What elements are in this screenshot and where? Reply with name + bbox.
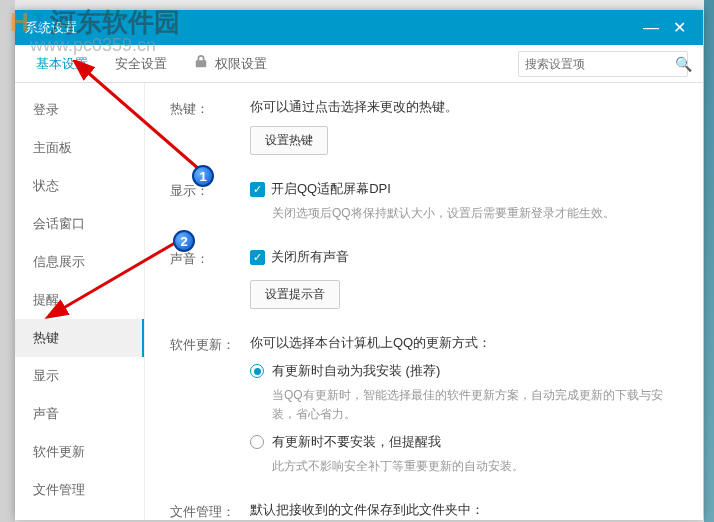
search-box[interactable]: 🔍	[518, 51, 688, 77]
update-auto-hint: 当QQ有更新时，智能选择最佳的软件更新方案，自动完成更新的下载与安装，省心省力。	[272, 386, 678, 424]
settings-window: 系统设置 — ✕ 基本设置 安全设置 权限设置 🔍 登录 主面板 状态 会话窗口…	[15, 10, 703, 520]
mute-checkbox-label: 关闭所有声音	[271, 248, 349, 266]
tab-security-settings[interactable]: 安全设置	[109, 51, 173, 77]
section-file: 文件管理： 默认把接收到的文件保存到此文件夹中：	[170, 501, 678, 520]
sidebar-item-update[interactable]: 软件更新	[15, 433, 144, 471]
file-desc: 默认把接收到的文件保存到此文件夹中：	[250, 501, 678, 519]
lock-icon	[194, 54, 208, 68]
update-label: 软件更新：	[170, 334, 250, 476]
sidebar-item-reminder[interactable]: 提醒	[15, 281, 144, 319]
section-display: 显示： ✓ 开启QQ适配屏幕DPI 关闭选项后QQ将保持默认大小，设置后需要重新…	[170, 180, 678, 223]
section-hotkey: 热键： 你可以通过点击选择来更改的热键。 设置热键	[170, 98, 678, 155]
sidebar-item-status[interactable]: 状态	[15, 167, 144, 205]
update-desc: 你可以选择本台计算机上QQ的更新方式：	[250, 334, 678, 352]
content-area: 热键： 你可以通过点击选择来更改的热键。 设置热键 显示： ✓ 开启QQ适配屏幕…	[145, 83, 703, 520]
minimize-button[interactable]: —	[637, 14, 665, 42]
hotkey-desc: 你可以通过点击选择来更改的热键。	[250, 98, 678, 116]
window-title: 系统设置	[25, 19, 637, 37]
update-auto-radio[interactable]	[250, 364, 264, 378]
sidebar-item-display[interactable]: 显示	[15, 357, 144, 395]
tab-basic-settings[interactable]: 基本设置	[30, 51, 94, 77]
section-update: 软件更新： 你可以选择本台计算机上QQ的更新方式： 有更新时自动为我安装 (推荐…	[170, 334, 678, 476]
marker-2: 2	[173, 230, 195, 252]
update-auto-label: 有更新时自动为我安装 (推荐)	[272, 362, 440, 380]
marker-1: 1	[192, 165, 214, 187]
search-input[interactable]	[525, 57, 675, 71]
sidebar-item-file[interactable]: 文件管理	[15, 471, 144, 509]
sidebar-item-login[interactable]: 登录	[15, 91, 144, 129]
section-sound: 声音： ✓ 关闭所有声音 设置提示音	[170, 248, 678, 309]
hotkey-label: 热键：	[170, 98, 250, 155]
dpi-hint: 关闭选项后QQ将保持默认大小，设置后需要重新登录才能生效。	[272, 204, 678, 223]
file-label: 文件管理：	[170, 501, 250, 520]
titlebar: 系统设置 — ✕	[15, 10, 703, 45]
dpi-checkbox[interactable]: ✓	[250, 182, 265, 197]
topbar: 基本设置 安全设置 权限设置 🔍	[15, 45, 703, 83]
display-label: 显示：	[170, 180, 250, 223]
update-notify-radio[interactable]	[250, 435, 264, 449]
sidebar-item-sound[interactable]: 声音	[15, 395, 144, 433]
set-sound-button[interactable]: 设置提示音	[250, 280, 340, 309]
sidebar: 登录 主面板 状态 会话窗口 信息展示 提醒 热键 显示 声音 软件更新 文件管…	[15, 83, 145, 520]
tab-permission-settings[interactable]: 权限设置	[188, 50, 273, 77]
update-notify-label: 有更新时不要安装，但提醒我	[272, 433, 441, 451]
update-notify-hint: 此方式不影响安全补丁等重要更新的自动安装。	[272, 457, 678, 476]
sidebar-item-session[interactable]: 会话窗口	[15, 205, 144, 243]
sidebar-item-infodisplay[interactable]: 信息展示	[15, 243, 144, 281]
set-hotkey-button[interactable]: 设置热键	[250, 126, 328, 155]
close-button[interactable]: ✕	[665, 14, 693, 42]
dpi-checkbox-label: 开启QQ适配屏幕DPI	[271, 180, 391, 198]
sidebar-item-mainpanel[interactable]: 主面板	[15, 129, 144, 167]
mute-checkbox[interactable]: ✓	[250, 250, 265, 265]
sound-label: 声音：	[170, 248, 250, 309]
search-icon: 🔍	[675, 56, 692, 72]
sidebar-item-hotkey[interactable]: 热键	[15, 319, 145, 357]
